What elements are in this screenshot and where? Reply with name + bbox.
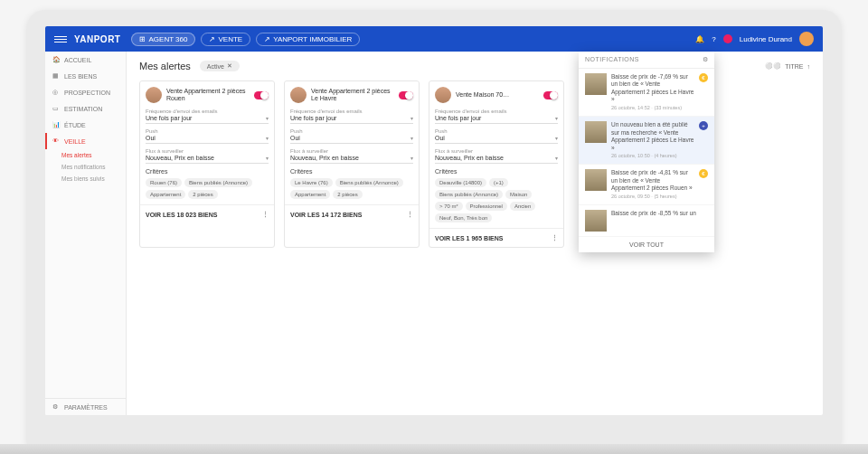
sidebar-item-biens[interactable]: ▦LES BIENS bbox=[45, 68, 126, 84]
criteria-tag[interactable]: Appartement bbox=[146, 190, 185, 199]
alert-card: Vente Appartement 2 pièces Rouen Fréquen… bbox=[139, 80, 275, 248]
bell-icon[interactable]: 🔔 bbox=[695, 35, 704, 43]
view-biens-link[interactable]: VOIR LES 1 965 BIENS bbox=[435, 235, 503, 241]
card-avatar bbox=[290, 87, 307, 103]
logo: YANPORT bbox=[74, 34, 120, 44]
sidebar: 🏠ACCUEIL ▦LES BIENS ◎PROSPECTION ▭ESTIMA… bbox=[45, 52, 127, 415]
card-menu-icon[interactable]: ⋮ bbox=[552, 234, 558, 241]
alert-toggle[interactable] bbox=[543, 91, 558, 99]
sidebar-sub-alertes[interactable]: Mes alertes bbox=[45, 149, 126, 161]
sidebar-item-veille[interactable]: 👁VEILLE bbox=[45, 133, 126, 149]
criteria-tag[interactable]: Appartement bbox=[290, 190, 330, 199]
notif-thumb bbox=[585, 73, 607, 95]
alert-toggle[interactable] bbox=[254, 91, 269, 99]
menu-icon[interactable] bbox=[54, 34, 67, 43]
notif-thumb bbox=[585, 169, 607, 191]
watch-select[interactable]: Nouveau, Prix en baisse bbox=[146, 155, 269, 164]
nav-vente[interactable]: ↗VENTE bbox=[201, 33, 250, 46]
card-title: Vente Maison 70… bbox=[456, 91, 539, 99]
criteria-tag[interactable]: Professionnel bbox=[466, 202, 507, 211]
view-biens-link[interactable]: VOIR LES 14 172 BIENS bbox=[290, 212, 362, 218]
card-avatar bbox=[435, 87, 451, 103]
criteria-tag[interactable]: Biens publiés (Annonce) bbox=[335, 178, 403, 187]
sidebar-item-accueil[interactable]: 🏠ACCUEIL bbox=[45, 52, 126, 68]
criteria-tag[interactable]: (+1) bbox=[489, 178, 508, 187]
criteria-tag[interactable]: Maison bbox=[505, 190, 532, 199]
sidebar-sub-biens-suivis[interactable]: Mes biens suivis bbox=[45, 173, 126, 184]
watch-select[interactable]: Nouveau, Prix en baisse bbox=[435, 155, 558, 164]
criteria-tag[interactable]: Ancien bbox=[510, 202, 535, 211]
criteria-tag[interactable]: Neuf, Bon, Très bon bbox=[435, 213, 492, 222]
notif-thumb bbox=[585, 121, 607, 143]
notification-item[interactable]: Baisse de prix de -8,55 % sur un bbox=[579, 205, 714, 237]
notif-badge-icon: € bbox=[699, 73, 708, 82]
criteria-tag[interactable]: Le Havre (76) bbox=[290, 178, 333, 187]
avatar[interactable] bbox=[799, 32, 814, 46]
main-content: Mes alertes Active✕ ⚪⚪TITRE↑ Vente Appar… bbox=[127, 52, 823, 415]
notif-view-all[interactable]: VOIR TOUT bbox=[579, 237, 714, 252]
notif-settings-icon[interactable]: ⚙ bbox=[703, 56, 709, 63]
push-select[interactable]: Oui bbox=[146, 135, 269, 144]
freq-select[interactable]: Une fois par jour bbox=[290, 115, 413, 124]
nav-yanport[interactable]: ↗YANPORT IMMOBILIER bbox=[256, 33, 360, 46]
view-biens-link[interactable]: VOIR LES 18 023 BIENS bbox=[146, 212, 217, 218]
card-menu-icon[interactable]: ⋮ bbox=[262, 211, 269, 218]
notif-badge-icon: € bbox=[699, 169, 708, 178]
notification-item[interactable]: Baisse de prix de -4,81 % sur un bien de… bbox=[579, 165, 714, 205]
criteria-tag[interactable]: 2 pièces bbox=[188, 190, 217, 199]
push-select[interactable]: Oui bbox=[290, 135, 413, 144]
nav-agent360[interactable]: ⊞AGENT 360 bbox=[131, 33, 195, 46]
criteria-tag[interactable]: Rouen (76) bbox=[146, 178, 182, 187]
notification-item[interactable]: Baisse de prix de -7,69 % sur un bien de… bbox=[579, 69, 714, 117]
freq-select[interactable]: Une fois par jour bbox=[435, 115, 558, 124]
sidebar-item-estimation[interactable]: ▭ESTIMATION bbox=[45, 100, 126, 117]
card-menu-icon[interactable]: ⋮ bbox=[407, 211, 413, 218]
push-select[interactable]: Oui bbox=[435, 135, 558, 144]
criteria-tag[interactable]: > 70 m² bbox=[435, 202, 463, 211]
notif-thumb bbox=[585, 210, 607, 232]
user-name: Ludivine Durand bbox=[740, 35, 792, 43]
criteria-tag[interactable]: Biens publiés (Annonce) bbox=[435, 190, 503, 199]
criteria-tag[interactable]: 2 pièces bbox=[333, 190, 362, 199]
sidebar-sub-notifications[interactable]: Mes notifications bbox=[45, 161, 126, 173]
notif-panel-title: NOTIFICATIONS bbox=[585, 56, 639, 63]
sidebar-item-prospection[interactable]: ◎PROSPECTION bbox=[45, 84, 126, 100]
watch-select[interactable]: Nouveau, Prix en baisse bbox=[290, 155, 413, 164]
top-bar: YANPORT ⊞AGENT 360 ↗VENTE ↗YANPORT IMMOB… bbox=[45, 26, 823, 52]
notification-item[interactable]: Un nouveau bien a été publié sur ma rech… bbox=[579, 117, 714, 165]
alert-toggle[interactable] bbox=[399, 91, 413, 99]
criteria-tag[interactable]: Deauville (14800) bbox=[435, 178, 486, 187]
sidebar-item-etude[interactable]: 📊ÉTUDE bbox=[45, 117, 126, 133]
apps-icon[interactable] bbox=[723, 34, 732, 43]
card-title: Vente Appartement 2 pièces Rouen bbox=[166, 88, 250, 103]
card-avatar bbox=[146, 87, 162, 103]
card-title: Vente Appartement 2 pièces Le Havre bbox=[311, 88, 394, 103]
filter-chip-active[interactable]: Active✕ bbox=[200, 61, 240, 71]
help-icon[interactable]: ? bbox=[712, 35, 715, 43]
sidebar-item-parametres[interactable]: ⚙PARAMÈTRES bbox=[45, 399, 126, 415]
notifications-panel: NOTIFICATIONS⚙ Baisse de prix de -7,69 %… bbox=[579, 52, 714, 252]
page-title: Mes alertes bbox=[139, 61, 191, 71]
sort-control[interactable]: ⚪⚪TITRE↑ bbox=[765, 62, 810, 70]
alert-card: Vente Appartement 2 pièces Le Havre Fréq… bbox=[284, 80, 420, 248]
criteria-tag[interactable]: Biens publiés (Annonce) bbox=[184, 178, 252, 187]
alert-card: Vente Maison 70… Fréquence d'envoi des e… bbox=[429, 80, 564, 248]
freq-select[interactable]: Une fois par jour bbox=[146, 115, 269, 124]
notif-badge-icon: + bbox=[699, 121, 708, 130]
